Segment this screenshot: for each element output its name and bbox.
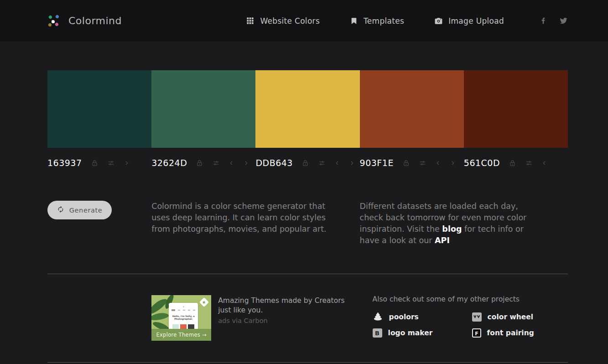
chevron-right-icon[interactable]: [450, 160, 456, 166]
nav-website-colors[interactable]: Website Colors: [246, 16, 320, 26]
api-link[interactable]: API: [435, 236, 450, 245]
color-swatch[interactable]: [360, 70, 464, 148]
lock-icon[interactable]: [509, 159, 516, 167]
divider-bottom: [47, 362, 568, 363]
project-link-poolors[interactable]: poolors: [373, 311, 472, 323]
hex-value[interactable]: 561C0D: [464, 158, 500, 168]
camera-icon: [434, 16, 443, 25]
hex-value[interactable]: DDB643: [255, 158, 293, 168]
sliders-icon[interactable]: [212, 159, 220, 167]
lock-icon[interactable]: [196, 159, 203, 167]
ad-image[interactable]: Hello, I'm Sally, a Photographer. ∗ Expl…: [151, 295, 211, 341]
palette: [47, 70, 568, 148]
lock-icon[interactable]: [402, 159, 410, 167]
ad-tablet-title: Hello, I'm Sally, a Photographer.: [171, 315, 196, 320]
swatch-control-col: 32624D: [151, 157, 255, 168]
chevron-left-icon[interactable]: [229, 160, 234, 166]
grid-icon: [246, 16, 255, 25]
about-paragraph-1: Colormind is a color scheme generator th…: [151, 201, 359, 246]
swatch-controls: 163937 32624D: [47, 157, 568, 168]
sliders-icon[interactable]: [419, 159, 426, 167]
colormind-logo-icon: [47, 15, 60, 27]
twitter-icon[interactable]: [559, 17, 568, 25]
chevron-right-icon[interactable]: [349, 160, 355, 166]
sliders-icon[interactable]: [318, 159, 326, 167]
sliders-icon[interactable]: [525, 159, 533, 167]
nav-label: Templates: [364, 16, 404, 26]
brand-title: Colormind: [68, 15, 122, 26]
about-paragraph-2: Different datasets are loaded each day, …: [360, 201, 568, 246]
carbon-ad: Hello, I'm Sally, a Photographer. ∗ Expl…: [151, 295, 359, 341]
social-links: [540, 17, 568, 25]
svg-text:B: B: [375, 330, 379, 337]
swatch-control-col: 903F1E: [360, 157, 464, 168]
hex-value[interactable]: 32624D: [151, 158, 187, 168]
divider-top: [47, 274, 568, 274]
chevron-left-icon[interactable]: [334, 160, 340, 166]
bookmark-icon: [350, 17, 358, 25]
swatch-control-col: 163937: [47, 157, 151, 168]
footer-section: Hello, I'm Sally, a Photographer. ∗ Expl…: [47, 295, 568, 341]
chevron-right-icon[interactable]: [243, 160, 249, 166]
project-link-font-pairing[interactable]: F font pairing: [472, 327, 568, 339]
svg-text:F: F: [475, 331, 478, 336]
colormind-logo[interactable]: Colormind: [47, 15, 122, 27]
color-swatch[interactable]: [151, 70, 255, 148]
ad-attribution[interactable]: ads via Carbon: [218, 317, 351, 324]
header: Colormind Website Colors Templates: [0, 0, 608, 42]
main-nav: Website Colors Templates Image Upload: [246, 16, 504, 26]
color-wheel-icon: [472, 312, 482, 322]
lock-icon[interactable]: [91, 159, 99, 167]
swatch-control-col: 561C0D: [464, 157, 568, 168]
nav-templates[interactable]: Templates: [350, 16, 404, 26]
chevron-left-icon[interactable]: [435, 160, 441, 166]
project-label: color wheel: [488, 313, 534, 321]
color-swatch[interactable]: [47, 70, 151, 148]
project-label: poolors: [389, 313, 419, 321]
logo-maker-icon: B: [373, 328, 382, 338]
poolors-icon: [373, 311, 383, 323]
ad-cta[interactable]: Explore Themes →: [151, 329, 211, 341]
nav-label: Website Colors: [260, 16, 320, 26]
other-projects: Also check out some of my other projects…: [360, 295, 568, 341]
about-section: Generate Colormind is a color scheme gen…: [47, 201, 568, 246]
generate-button[interactable]: Generate: [47, 201, 112, 219]
hex-value[interactable]: 903F1E: [360, 158, 394, 168]
color-swatch[interactable]: [464, 70, 568, 148]
chevron-right-icon[interactable]: [124, 160, 130, 166]
ad-headline[interactable]: Amazing Themes made by Creators just lik…: [218, 296, 351, 315]
facebook-icon[interactable]: [540, 17, 547, 25]
project-label: logo maker: [388, 329, 433, 337]
nav-label: Image Upload: [448, 16, 504, 26]
project-label: font pairing: [487, 329, 534, 337]
project-link-logo-maker[interactable]: B logo maker: [373, 327, 472, 339]
projects-heading: Also check out some of my other projects: [373, 295, 568, 303]
project-link-color-wheel[interactable]: color wheel: [472, 311, 568, 323]
blog-link[interactable]: blog: [442, 224, 462, 234]
generate-label: Generate: [69, 207, 103, 214]
swatch-control-col: DDB643: [255, 157, 359, 168]
refresh-icon: [57, 206, 64, 214]
chevron-left-icon[interactable]: [541, 160, 547, 166]
tag-icon: ∗: [199, 297, 209, 307]
color-swatch[interactable]: [255, 70, 359, 148]
nav-image-upload[interactable]: Image Upload: [434, 16, 504, 26]
font-pairing-icon: F: [472, 328, 481, 338]
sliders-icon[interactable]: [107, 159, 115, 167]
hex-value[interactable]: 163937: [47, 158, 82, 168]
lock-icon[interactable]: [301, 159, 309, 167]
